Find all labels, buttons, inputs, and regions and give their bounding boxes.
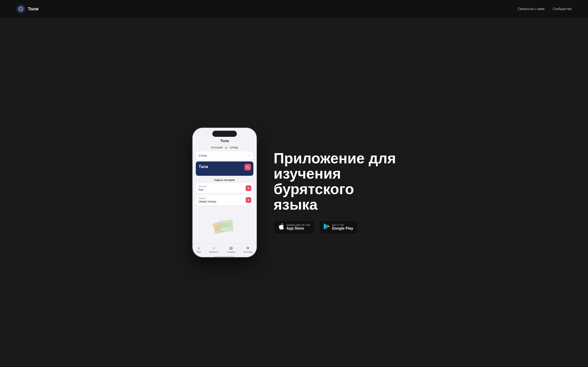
logo-icon (16, 4, 25, 13)
store-buttons: Download on the App Store GET IT ON Go (274, 220, 396, 234)
phone-frame: Толи РУССКИЙ ⇄ БУРЯД Степь → Тала (192, 127, 257, 258)
appstore-main: App Store (286, 226, 310, 231)
history-item-1-value: hүн (199, 188, 251, 191)
result-area: Тала (196, 161, 253, 176)
history-item-1[interactable]: Молоко hүн ★ (196, 183, 253, 193)
copy-button[interactable] (244, 164, 251, 170)
hero-title: Приложение для изучения бурятского языка (274, 151, 396, 212)
logo-text: Толи (28, 6, 38, 12)
lang-to: БУРЯД (230, 146, 238, 149)
result-text: Тала (199, 164, 208, 169)
lang-from: РУССКИЙ (211, 146, 223, 149)
history-item-2-value: (амар) мэндэ (199, 200, 251, 203)
right-content: Приложение для изучения бурятского языка… (274, 151, 396, 234)
nav-label-settings: Настройки (243, 251, 252, 253)
appstore-sub: Download on the (286, 224, 310, 226)
phone-notch (212, 131, 237, 137)
svg-rect-2 (247, 167, 249, 168)
appstore-text: Download on the App Store (286, 224, 310, 231)
nav-item-favorites[interactable]: ☆ Избранное (209, 246, 218, 253)
book-svg (210, 217, 239, 234)
nav-contact[interactable]: Связаться с нами (518, 7, 545, 11)
favorite-button-1[interactable]: ★ (246, 185, 251, 191)
googleplay-sub: GET IT ON (332, 224, 353, 226)
appstore-button[interactable]: Download on the App Store (274, 220, 315, 234)
home-bar (214, 256, 235, 257)
main-content: Толи РУССКИЙ ⇄ БУРЯД Степь → Тала (0, 18, 588, 367)
googleplay-button[interactable]: GET IT ON Google Play (319, 220, 358, 234)
history-item-2[interactable]: Привет (амар) мэндэ ★ (196, 195, 253, 205)
nav-item-collections[interactable]: ▤ Подборки (227, 246, 235, 253)
translate-arrow[interactable]: → (247, 154, 251, 158)
nav-community[interactable]: Сообщество (553, 7, 572, 11)
apple-icon (278, 223, 284, 232)
nav-item-settings[interactable]: ⚙ Настройки (243, 246, 252, 253)
googleplay-main: Google Play (332, 226, 353, 231)
collections-icon: ▤ (229, 246, 233, 250)
phone-screen: Толи РУССКИЙ ⇄ БУРЯД Степь → Тала (192, 128, 257, 257)
nav-label-favorites: Избранное (209, 251, 218, 253)
bottom-nav: ⌂ Толи ☆ Избранное ▤ Подборки ⚙ Настройк… (192, 244, 257, 256)
history-item-2-label: Привет (199, 197, 251, 200)
home-icon: ⌂ (198, 246, 200, 250)
input-area[interactable]: Степь → (196, 151, 253, 160)
favorites-icon: ☆ (212, 246, 215, 250)
nav: Связаться с нами Сообщество (518, 7, 572, 11)
nav-label-collections: Подборки (227, 251, 235, 253)
book-illustration-area (192, 207, 257, 244)
googleplay-text: GET IT ON Google Play (332, 224, 353, 231)
history-item-1-label: Молоко (199, 185, 251, 188)
history-label[interactable]: Скрыть историю (192, 178, 257, 183)
input-text: Степь (199, 154, 207, 157)
home-indicator (192, 256, 257, 257)
header: Толи Связаться с нами Сообщество (0, 0, 588, 18)
nav-item-home[interactable]: ⌂ Толи (197, 246, 201, 253)
settings-icon: ⚙ (246, 246, 250, 250)
googleplay-icon (324, 224, 329, 231)
favorite-button-2[interactable]: ★ (246, 197, 251, 203)
phone-mockup: Толи РУССКИЙ ⇄ БУРЯД Степь → Тала (192, 127, 257, 258)
logo-area: Толи (16, 4, 38, 13)
app-title: Толи (192, 138, 257, 145)
swap-icon[interactable]: ⇄ (225, 146, 227, 149)
lang-switcher[interactable]: РУССКИЙ ⇄ БУРЯД (192, 145, 257, 151)
nav-label-home: Толи (197, 251, 201, 253)
